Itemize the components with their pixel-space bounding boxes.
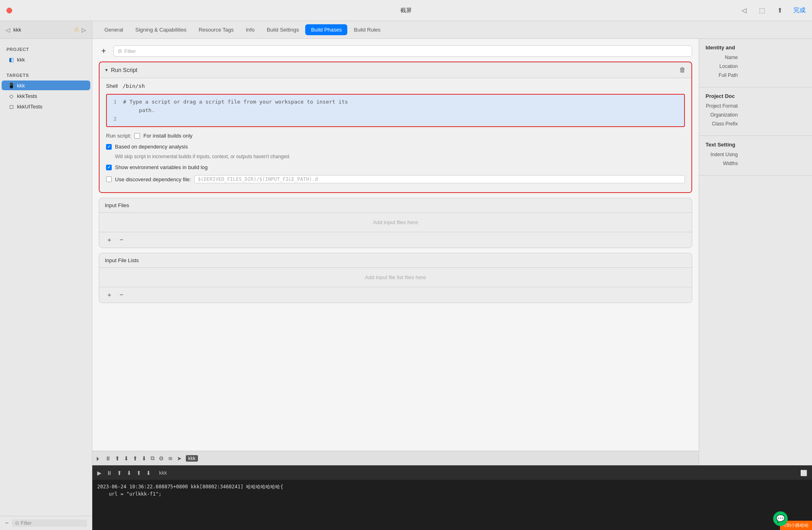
debug-line-1: 2023-06-24 10:36:22.608875+0800 kkk[8080…	[97, 483, 807, 490]
sidebar-filter-label: Filter	[21, 520, 32, 526]
bt-play-icon[interactable]: ⏵	[96, 455, 101, 462]
field-widths-label: Widths	[706, 161, 738, 166]
identity-section: Identity and Name Location Full Path	[699, 39, 812, 87]
debug-line-2: url = "urlkkk-f1";	[97, 490, 807, 498]
bt-layers-icon[interactable]: ⧉	[151, 455, 155, 462]
bt-list-icon[interactable]: ≋	[168, 455, 173, 462]
nav-back-icon[interactable]: ◁	[5, 26, 11, 34]
based-on-dep-row: Based on dependency analysis	[106, 143, 685, 151]
bt-gear-icon[interactable]: ⚙	[159, 455, 164, 462]
run-script-section: ▾ Run Script 🗑 Shell /bin/sh	[99, 61, 692, 193]
debug-stepdown-icon[interactable]: ⬇	[127, 470, 132, 476]
show-env-label: Show environment variables in build log	[115, 164, 208, 170]
filter-bar[interactable]: ⊙ Filter	[113, 45, 692, 57]
sidebar-search-value: kkk	[13, 27, 21, 33]
target-app-icon: 📱	[8, 82, 15, 89]
input-files-section: Input Files Add input files here ＋ −	[99, 198, 692, 248]
phase-expand-icon: ▾	[105, 67, 108, 73]
field-name-row: Name	[706, 55, 806, 60]
field-org-row: Organization	[706, 112, 806, 118]
debug-stepdown2-icon[interactable]: ⬇	[146, 470, 151, 476]
sidebar-item-kkkuitests[interactable]: ◻ kkkUITests	[2, 102, 90, 111]
debug-step-icon[interactable]: ⬆	[117, 470, 122, 476]
debug-step2-icon[interactable]: ⬆	[136, 470, 141, 476]
line-num-2: 2	[110, 115, 117, 123]
for-install-label: For install builds only	[143, 133, 192, 139]
input-file-lists-remove-btn[interactable]: −	[117, 290, 126, 299]
input-files-controls: ＋ −	[99, 232, 692, 248]
input-file-lists-section: Input File Lists Add input file list fil…	[99, 253, 692, 303]
bt-pause-icon[interactable]: ⏸	[105, 455, 111, 462]
window-title: 截屏	[400, 7, 412, 14]
tab-build-phases[interactable]: Build Phases	[305, 24, 347, 35]
bt-download2-icon[interactable]: ⬇	[142, 455, 147, 462]
run-script-header[interactable]: ▾ Run Script 🗑	[100, 62, 691, 78]
sidebar-minus-icon[interactable]: −	[5, 519, 9, 527]
sidebar-filter-icon: ⊙	[15, 520, 19, 526]
input-file-lists-add-btn[interactable]: ＋	[105, 290, 114, 299]
line-num-1b	[110, 106, 117, 115]
input-file-lists-controls: ＋ −	[99, 287, 692, 303]
tab-bar: General Signing & Capabilities Resource …	[92, 21, 812, 39]
project-doc-title: Project Doc	[706, 93, 806, 99]
input-files-add-btn[interactable]: ＋	[105, 235, 114, 244]
debug-stop-icon[interactable]: ⏸	[106, 470, 112, 476]
trash-icon[interactable]: ⬚	[758, 6, 766, 15]
chat-bubble-button[interactable]: 💬	[773, 511, 788, 526]
done-button[interactable]: 完成	[793, 6, 806, 14]
tab-build-rules[interactable]: Build Rules	[348, 24, 386, 35]
bt-arrow-icon[interactable]: ➤	[177, 455, 182, 462]
tab-general[interactable]: General	[99, 24, 129, 35]
close-button[interactable]	[6, 8, 12, 13]
project-section-header: PROJECT	[0, 39, 92, 54]
sidebar-item-project[interactable]: ◧ kkk	[2, 55, 90, 64]
target-kkk-label: kkk	[17, 83, 25, 89]
add-phase-button[interactable]: +	[99, 46, 108, 56]
sidebar-item-kkktests[interactable]: ◇ kkkTests	[2, 91, 90, 101]
tab-resource-tags[interactable]: Resource Tags	[193, 24, 239, 35]
bt-download-icon[interactable]: ⬇	[124, 455, 129, 462]
sidebar-filter[interactable]: ⊙ Filter	[12, 519, 87, 527]
shell-label: Shell	[106, 83, 118, 89]
show-env-checkbox[interactable]	[106, 165, 112, 170]
toolbar-row: + ⊙ Filter	[99, 45, 692, 57]
nav-forward-icon[interactable]: ▷	[81, 26, 87, 34]
for-install-checkbox[interactable]	[134, 133, 140, 139]
share-icon[interactable]: ⬆	[776, 6, 784, 15]
project-item-label: kkk	[17, 57, 25, 63]
code-line-1: 1 # Type a script or drag a script file …	[110, 98, 681, 106]
field-projformat-row: Project Format	[706, 103, 806, 109]
filter-icon: ⊙	[118, 48, 122, 54]
field-widths-row: Widths	[706, 161, 806, 166]
field-fullpath-label: Full Path	[706, 72, 738, 78]
center-content: + ⊙ Filter ▾ Run Script 🗑	[92, 39, 699, 465]
dep-hint-text: Will skip script in incremental builds i…	[115, 154, 685, 159]
dependency-path-input[interactable]	[194, 175, 685, 183]
targets-section-header: TARGETS	[0, 65, 92, 80]
sidebar: ◁ kkk ⚠ ▷ PROJECT ◧ kkk TARGETS 📱 kkk ◇ …	[0, 21, 92, 530]
tab-signing[interactable]: Signing & Capabilities	[130, 24, 192, 35]
input-files-remove-btn[interactable]: −	[117, 235, 126, 244]
field-location-row: Location	[706, 64, 806, 69]
tab-build-settings[interactable]: Build Settings	[261, 24, 305, 35]
debug-expand-icon[interactable]: ⬜	[800, 470, 807, 476]
bt-upload-icon[interactable]: ⬆	[115, 455, 120, 462]
bt-upload2-icon[interactable]: ⬆	[133, 455, 138, 462]
field-classprefix-row: Class Prefix	[706, 121, 806, 127]
code-line-2: 2	[110, 115, 681, 123]
input-files-empty: Add input files here	[99, 213, 692, 232]
back-icon[interactable]: ◁	[740, 6, 748, 15]
tab-info[interactable]: Info	[240, 24, 260, 35]
debug-play-icon[interactable]: ▶	[97, 470, 102, 476]
shell-row: Shell /bin/sh	[106, 83, 685, 89]
based-on-dep-checkbox[interactable]	[106, 144, 112, 150]
debug-toolbar: ▶ ⏸ ⬆ ⬇ ⬆ ⬇ kkk ⬜	[92, 465, 812, 480]
use-discovered-row: Use discovered dependency file:	[106, 174, 685, 184]
use-discovered-checkbox[interactable]	[106, 176, 112, 182]
code-editor[interactable]: 1 # Type a script or drag a script file …	[106, 94, 685, 127]
target-tests-icon: ◇	[8, 93, 15, 99]
phase-delete-icon[interactable]: 🗑	[679, 66, 686, 74]
line-num-1: 1	[110, 98, 117, 106]
sidebar-item-kkk[interactable]: 📱 kkk	[2, 81, 90, 90]
input-files-header: Input Files	[99, 198, 692, 213]
